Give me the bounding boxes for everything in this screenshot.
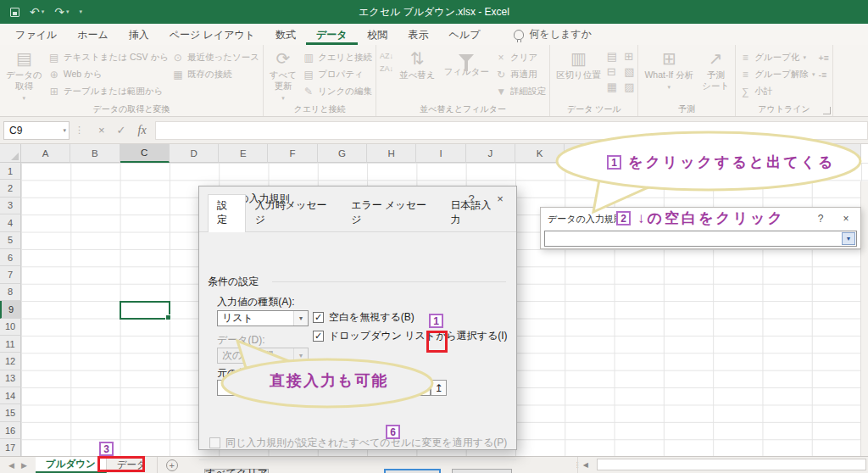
column-header-B[interactable]: B	[70, 144, 120, 163]
ignore-blank-checkbox[interactable]: ✓	[313, 312, 324, 323]
sort-button[interactable]: ⇅並べ替え	[397, 47, 438, 82]
condition-group-label: 条件の設定	[208, 275, 264, 289]
get-data-button[interactable]: ▤データの取得▾	[3, 47, 45, 104]
再適用-button[interactable]: ↻再適用	[495, 66, 546, 82]
row-header-5[interactable]: 5	[0, 232, 21, 249]
row-header-8[interactable]: 8	[0, 284, 21, 301]
dialog-tab-設定[interactable]: 設定	[208, 194, 246, 232]
最近使ったソース-button[interactable]: ⊙最近使ったソース	[172, 49, 259, 65]
select-all-corner[interactable]	[0, 144, 21, 163]
data-tool-icon[interactable]: ▧	[624, 65, 634, 81]
row-header-2[interactable]: 2	[0, 180, 21, 197]
text-to-columns-button[interactable]: ▥区切り位置	[554, 47, 604, 82]
ribbon-tab-ファイル[interactable]: ファイル	[5, 24, 67, 45]
column-header-G[interactable]: G	[318, 144, 367, 163]
dialog-tab-入力時メッセージ[interactable]: 入力時メッセージ	[246, 194, 342, 231]
next-sheet-icon[interactable]: ▶	[21, 461, 27, 470]
テキストまたは CSV から-button[interactable]: ▤テキストまたは CSV から	[48, 49, 169, 65]
グループ化-button[interactable]: ≡グループ化▾	[739, 49, 815, 65]
row-header-6[interactable]: 6	[0, 249, 21, 266]
クエリと接続-button[interactable]: ▥クエリと接続	[303, 49, 372, 65]
insert-function-icon[interactable]: fx	[138, 124, 147, 137]
data-tool-icon[interactable]: ▨	[624, 81, 634, 96]
cancel-entry-icon[interactable]: ×	[98, 124, 105, 136]
forecast-sheet-button[interactable]: ↗予測シート	[699, 47, 732, 93]
ribbon-tab-ヘルプ[interactable]: ヘルプ	[439, 24, 491, 45]
クリア-button[interactable]: ×クリア	[495, 49, 546, 65]
ok-button[interactable]: OK	[384, 469, 441, 473]
row-header-12[interactable]: 12	[0, 353, 21, 370]
sort-icon[interactable]: AZ↓	[380, 53, 393, 60]
テーブルまたは範囲から-button[interactable]: ⊞テーブルまたは範囲から	[48, 83, 169, 99]
column-header-C[interactable]: C	[120, 144, 170, 163]
refresh-all-button[interactable]: ⟳すべて更新▾	[267, 47, 299, 104]
row-header-14[interactable]: 14	[0, 387, 21, 404]
dialog-tab-エラー メッセージ[interactable]: エラー メッセージ	[342, 194, 441, 231]
リンクの編集-button[interactable]: ✎リンクの編集	[303, 83, 372, 99]
column-header-J[interactable]: J	[466, 144, 515, 163]
new-sheet-button[interactable]: +	[166, 459, 178, 471]
apply-all-checkbox[interactable]	[209, 437, 220, 448]
undo-button[interactable]: ↶▾	[30, 5, 44, 19]
row-header-15[interactable]: 15	[0, 404, 21, 421]
collapsed-dialog-range-input[interactable]: ▼	[544, 231, 857, 247]
expand-dialog-button[interactable]: ▼	[842, 232, 855, 245]
プロパティ-button[interactable]: ▤プロパティ	[303, 66, 372, 82]
詳細設定-button[interactable]: ▼詳細設定	[495, 83, 546, 99]
ribbon-tab-ページ レイアウト[interactable]: ページ レイアウト	[159, 24, 265, 45]
tell-me-search[interactable]: 何をしますか	[514, 24, 591, 45]
既存の接続-button[interactable]: ▦既存の接続	[172, 66, 259, 82]
dialog-launcher-icon[interactable]	[823, 107, 831, 114]
data-tool-icon[interactable]: ▤	[607, 50, 617, 65]
row-header-3[interactable]: 3	[0, 198, 21, 214]
dialog-tab-日本語入力[interactable]: 日本語入力	[441, 194, 508, 231]
prev-sheet-icon[interactable]: ◀	[8, 461, 14, 470]
row-header-16[interactable]: 16	[0, 422, 21, 439]
selected-cell-C9[interactable]	[120, 301, 170, 320]
row-header-9[interactable]: 9	[0, 301, 21, 318]
ribbon-tab-表示[interactable]: 表示	[398, 24, 439, 45]
Web から-button[interactable]: ⊕Web から	[48, 66, 169, 82]
row-header-7[interactable]: 7	[0, 266, 21, 283]
column-header-H[interactable]: H	[367, 144, 416, 163]
horizontal-scrollbar-thumb[interactable]	[597, 459, 866, 470]
hscroll-left-icon[interactable]: ◀	[577, 457, 593, 473]
name-box[interactable]: C9 ▾	[3, 121, 70, 140]
小計-button[interactable]: ∑小計	[739, 83, 815, 99]
ribbon-tab-ホーム[interactable]: ホーム	[67, 24, 119, 45]
ribbon-tab-数式[interactable]: 数式	[265, 24, 306, 45]
column-header-I[interactable]: I	[416, 144, 465, 163]
ribbon-tab-データ[interactable]: データ	[306, 24, 358, 45]
グループ解除-button[interactable]: ≡グループ解除▾	[739, 66, 815, 82]
customize-qat-button[interactable]: ▾	[80, 8, 83, 15]
filter-button[interactable]: フィルター	[442, 47, 492, 79]
column-header-D[interactable]: D	[170, 144, 219, 163]
-≡-button[interactable]: -≡	[818, 66, 828, 82]
data-tool-icon[interactable]: ⊞	[624, 50, 634, 65]
cancel-button[interactable]: キャンセル	[452, 469, 512, 473]
row-header-11[interactable]: 11	[0, 336, 21, 353]
row-header-13[interactable]: 13	[0, 370, 21, 387]
confirm-entry-icon[interactable]: ✓	[117, 124, 126, 136]
ribbon-tab-挿入[interactable]: 挿入	[119, 24, 159, 45]
column-header-F[interactable]: F	[268, 144, 317, 163]
row-header-4[interactable]: 4	[0, 214, 21, 231]
data-tool-icon[interactable]: ▦	[607, 81, 617, 96]
sheet-tab-プルダウン[interactable]: プルダウン	[36, 457, 107, 473]
row-header-1[interactable]: 1	[0, 163, 21, 180]
row-header-10[interactable]: 10	[0, 319, 21, 336]
column-header-E[interactable]: E	[219, 144, 268, 163]
redo-button[interactable]: ↷▾	[54, 5, 69, 19]
sort-icon[interactable]: ZA↓	[380, 65, 393, 73]
column-header-A[interactable]: A	[21, 144, 70, 163]
row-header-17[interactable]: 17	[0, 439, 21, 456]
sheet-tab-データ[interactable]: データ	[107, 457, 158, 473]
type-dropdown[interactable]: リスト ▼	[217, 310, 309, 326]
data-tool-icon[interactable]: ⊟	[607, 65, 617, 81]
save-button[interactable]	[10, 8, 19, 17]
ribbon-tab-校閲[interactable]: 校閲	[358, 24, 398, 45]
clear-all-button[interactable]: すべてクリア(C)	[204, 469, 269, 473]
what-if-button[interactable]: ⊞What-If 分析▾	[642, 47, 696, 93]
+≡-button[interactable]: +≡	[818, 49, 828, 65]
vertical-scrollbar[interactable]	[860, 181, 868, 456]
